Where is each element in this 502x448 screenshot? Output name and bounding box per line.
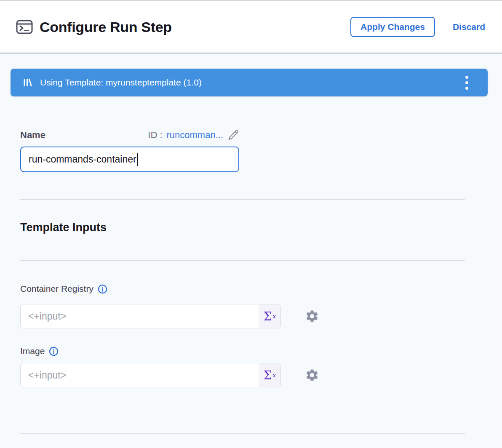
template-inputs-heading: Template Inputs bbox=[20, 221, 502, 234]
expression-input-type-button[interactable]: Σx bbox=[259, 363, 280, 387]
using-template-label: Using Template: myrunsteptemplate (1.0) bbox=[40, 77, 202, 88]
container-registry-placeholder[interactable]: <+input> bbox=[21, 304, 259, 328]
container-registry-label-row: Container Registry bbox=[20, 284, 502, 294]
step-id-group: ID : runcomman... bbox=[148, 129, 239, 141]
header-actions: Apply Changes Discard bbox=[350, 17, 485, 37]
template-library-icon bbox=[23, 78, 32, 87]
kebab-menu-icon bbox=[465, 76, 468, 79]
using-template-banner[interactable]: Using Template: myrunsteptemplate (1.0) bbox=[11, 69, 488, 96]
id-prefix-label: ID : bbox=[148, 130, 162, 141]
text-caret bbox=[137, 153, 138, 166]
divider bbox=[20, 433, 465, 434]
name-input-value: run-commands-container bbox=[29, 154, 136, 165]
container-registry-input[interactable]: <+input> Σx bbox=[20, 304, 281, 328]
name-input[interactable]: run-commands-container bbox=[20, 147, 239, 172]
image-input-row: <+input> Σx bbox=[20, 363, 502, 387]
divider bbox=[20, 199, 465, 200]
gear-icon[interactable] bbox=[305, 368, 319, 382]
name-label: Name bbox=[20, 130, 45, 141]
info-icon[interactable] bbox=[98, 284, 107, 294]
apply-changes-button[interactable]: Apply Changes bbox=[350, 17, 435, 37]
expression-input-type-button[interactable]: Σx bbox=[259, 304, 280, 328]
template-options-menu-button[interactable] bbox=[464, 73, 470, 92]
divider bbox=[20, 260, 465, 261]
page-title: Configure Run Step bbox=[40, 19, 172, 35]
container-registry-input-row: <+input> Σx bbox=[20, 304, 502, 328]
gear-icon[interactable] bbox=[305, 309, 319, 323]
pencil-icon[interactable] bbox=[227, 129, 239, 141]
info-icon[interactable] bbox=[49, 347, 59, 356]
name-id-row: Name ID : runcomman... bbox=[20, 129, 239, 141]
header-title-group: Configure Run Step bbox=[16, 19, 172, 35]
id-value-link[interactable]: runcomman... bbox=[167, 130, 224, 141]
image-input[interactable]: <+input> Σx bbox=[20, 363, 281, 387]
image-placeholder[interactable]: <+input> bbox=[21, 363, 259, 387]
image-label-row: Image bbox=[20, 346, 502, 356]
discard-button[interactable]: Discard bbox=[453, 22, 485, 32]
image-label: Image bbox=[20, 346, 45, 356]
sigma-icon: Σ bbox=[264, 311, 272, 322]
step-config-form: Name ID : runcomman... run-commands-cont… bbox=[0, 129, 502, 434]
panel-header: Configure Run Step Apply Changes Discard bbox=[0, 0, 502, 53]
sigma-icon: Σ bbox=[264, 370, 272, 381]
container-registry-label: Container Registry bbox=[20, 284, 93, 294]
terminal-icon bbox=[16, 20, 33, 34]
